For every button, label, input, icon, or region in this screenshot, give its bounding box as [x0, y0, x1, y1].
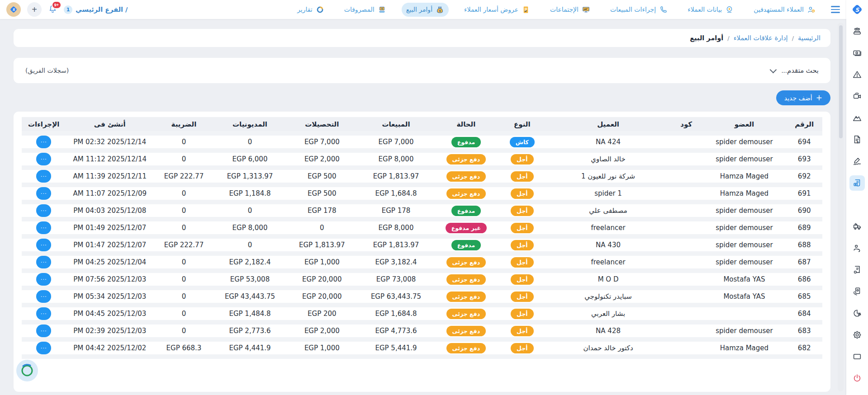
cell-client: بشار العربي [546, 305, 670, 322]
cell-client: freelancer [546, 254, 670, 271]
row-actions-button[interactable]: ... [36, 136, 51, 148]
advanced-search-label: بحث متقدم... [781, 66, 819, 75]
nav-item-label: المصروفات [344, 6, 375, 13]
advanced-search-panel: بحث متقدم... (سجلات الفريق) [14, 58, 830, 83]
table-row: 682Hamza Magedدكتور خالد حمدانأجلدفع جزئ… [22, 339, 822, 357]
sidebar-item-payment-hand-icon[interactable] [849, 284, 865, 299]
cell-created-at: PM 05:34 2025/12/03 [66, 288, 154, 305]
nav-item-sales-orders[interactable]: $ أوامر البيع [402, 3, 449, 17]
cell-collections: EGP 20,000 [286, 271, 358, 288]
breadcrumb: الرئيسية / إدارة علاقات العملاء / أوامر … [14, 29, 830, 47]
avatar-logo-icon: S [9, 5, 19, 14]
advanced-search-toggle[interactable]: بحث متقدم... [772, 66, 819, 75]
cell-collections: EGP 1,000 [286, 339, 358, 357]
cell-actions: ... [22, 305, 66, 322]
main-menu: $ العملاء المستهدفين بيانات العملاء إجرا… [293, 3, 820, 17]
add-new-button[interactable]: + أضف جديد [776, 90, 830, 105]
cell-code [670, 305, 702, 322]
row-actions-button[interactable]: ... [36, 170, 51, 183]
branch-selector[interactable]: 1 الفرع الرئيسي / [64, 5, 128, 14]
page-scrollbar[interactable] [838, 23, 844, 391]
brand-logo-icon: S [850, 3, 864, 16]
cell-collections: EGP 178 [286, 202, 358, 219]
cell-sales: EGP 1,813.97 [358, 168, 434, 185]
nav-item-clients-data[interactable]: بيانات العملاء [683, 3, 738, 17]
sidebar-item-analytics-pie-icon[interactable] [849, 306, 865, 321]
header-type: النوع [498, 117, 546, 133]
nav-item-meetings[interactable]: الإجتماعات [545, 3, 595, 17]
sidebar-item-settings-gear-icon[interactable] [849, 327, 865, 343]
nav-item-targeted-clients[interactable]: $ العملاء المستهدفين [749, 3, 820, 17]
cell-type: أجل [498, 339, 546, 357]
status-badge: دفع جزئى [446, 274, 486, 285]
sidebar-item-delivery-truck-icon[interactable] [849, 219, 865, 234]
row-actions-button[interactable]: ... [36, 290, 51, 303]
breadcrumb-crm[interactable]: إدارة علاقات العملاء [734, 34, 788, 42]
sidebar-item-signature-icon[interactable] [849, 154, 865, 169]
sidebar-item-mountain-goals-icon[interactable] [849, 110, 865, 126]
row-actions-button[interactable]: ... [36, 187, 51, 200]
top-navbar: $ العملاء المستهدفين بيانات العملاء إجرا… [0, 0, 846, 19]
cell-member: Hamza Maged [702, 168, 787, 185]
cell-created-at: PM 02:32 2025/12/14 [66, 133, 154, 150]
scrollbar-thumb[interactable] [839, 25, 843, 138]
nav-item-reports[interactable]: تقارير [293, 3, 329, 17]
cell-member: spider demouser [702, 133, 787, 150]
quick-add-button[interactable]: + [27, 2, 42, 17]
row-actions-button[interactable]: ... [36, 256, 51, 268]
cell-client: freelancer [546, 219, 670, 236]
sidebar-item-invoice-dollar-icon[interactable]: $ [849, 132, 865, 147]
cell-type: أجل [498, 202, 546, 219]
cell-code [670, 219, 702, 236]
sidebar-item-receipt-plus-icon[interactable] [849, 262, 865, 277]
cell-client: خالد الصاوي [546, 150, 670, 168]
cell-actions: ... [22, 254, 66, 271]
notifications-button[interactable]: +9 [48, 4, 57, 15]
plus-icon: + [816, 94, 822, 102]
nav-item-expenses[interactable]: $ المصروفات [340, 3, 391, 17]
nav-item-sales-actions[interactable]: إجراءات المبيعات [606, 3, 672, 17]
orders-table-body: 694spider demouserNA 424كاشمدفوعEGP 7,00… [22, 133, 822, 357]
row-actions-button[interactable]: ... [36, 307, 51, 320]
cell-collections: EGP 200 [286, 305, 358, 322]
user-avatar[interactable]: S [6, 2, 21, 17]
sidebar-item-sales-orders-receipt-icon[interactable] [849, 175, 865, 191]
cell-code [670, 168, 702, 185]
sidebar-item-warning-icon[interactable] [849, 67, 865, 82]
row-actions-button[interactable]: ... [36, 221, 51, 234]
row-actions-button[interactable]: ... [36, 153, 51, 165]
table-row: 685Mostafa YASسبايدر تكنولوجيأجلدفع جزئى… [22, 288, 822, 305]
row-actions-button[interactable]: ... [36, 273, 51, 286]
cell-sales: EGP 8,000 [358, 219, 434, 236]
type-badge: أجل [511, 240, 533, 250]
breadcrumb-home[interactable]: الرئيسية [798, 34, 821, 42]
menu-toggle-icon[interactable] [829, 4, 842, 14]
status-badge: مدفوع [451, 206, 481, 216]
app-logo[interactable]: S [846, 0, 868, 19]
row-actions-button[interactable]: ... [36, 239, 51, 251]
sidebar-item-cash-icon[interactable] [849, 45, 865, 61]
cell-debts: EGP 2,182.4 [214, 254, 286, 271]
row-actions-button[interactable]: ... [36, 204, 51, 217]
type-badge: أجل [511, 154, 533, 165]
row-actions-button[interactable]: ... [36, 324, 51, 337]
sidebar-item-power-icon[interactable] [849, 371, 865, 386]
nav-item-label: عروض أسعار العملاء [464, 6, 518, 13]
cell-status: دفع جزئى [434, 305, 498, 322]
cell-debts: EGP 43,443.75 [214, 288, 286, 305]
sidebar-item-video-call-icon[interactable] [849, 89, 865, 104]
header-collections: التحصيلات [286, 117, 358, 133]
sidebar-item-customer-callback-icon[interactable] [849, 240, 865, 256]
floating-loader[interactable] [16, 360, 38, 381]
cell-status: دفع جزئى [434, 185, 498, 202]
sidebar-item-team-meeting-icon[interactable] [849, 24, 865, 39]
cell-tax: EGP 222.77 [154, 168, 214, 185]
cell-type: أجل [498, 271, 546, 288]
sidebar-item-screen-icon[interactable] [849, 349, 865, 364]
cell-status: دفع جزئى [434, 322, 498, 339]
cell-number: 683 [786, 322, 822, 339]
cell-status: دفع جزئى [434, 254, 498, 271]
row-actions-button[interactable]: ... [36, 342, 51, 354]
nav-item-client-quotes[interactable]: عروض أسعار العملاء [460, 3, 535, 17]
cell-number: 682 [786, 339, 822, 357]
